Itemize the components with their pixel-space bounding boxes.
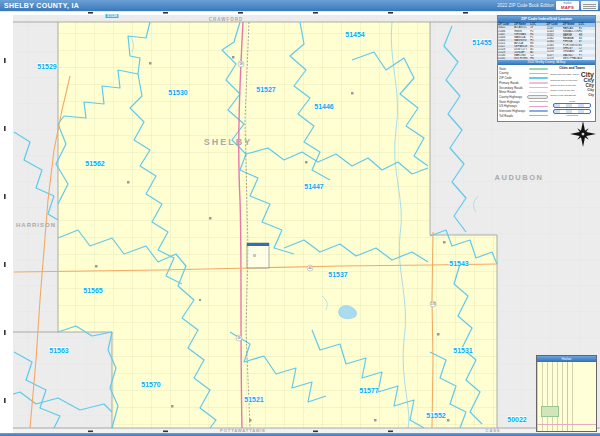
- publisher-info-box: [581, 1, 598, 10]
- primary-swatch: [529, 82, 548, 84]
- county-hwy-swatch: [527, 95, 548, 100]
- state-hwy-swatch: [529, 101, 548, 103]
- edition-label: 2022 ZIP Code Book Edition: [497, 0, 554, 11]
- toll-swatch: [529, 115, 548, 117]
- us-hwy-swatch: [529, 106, 548, 108]
- legend-symbol-list: StateCountyZIP CodePrimary RoadsSecondar…: [499, 66, 548, 121]
- secondary-swatch: [529, 87, 548, 89]
- legend-item-toll: Toll Roads: [499, 113, 548, 118]
- city-inset-map: Harlan: [536, 355, 597, 432]
- inset-locator-box: [247, 243, 269, 268]
- inset-highway: [537, 424, 596, 425]
- city-size-list: Cities 100,000 and AboveCityCities 50,00…: [550, 71, 594, 99]
- minor-swatch: [529, 92, 548, 93]
- title-bar: SHELBY COUNTY, IA 2022 ZIP Code Book Edi…: [0, 0, 600, 12]
- legend-panel: ZIP Code Index/Grid Locator ZIP CodeZIP …: [497, 15, 596, 122]
- inset-main-road: [567, 362, 568, 431]
- zip-swatch: [529, 77, 548, 79]
- marketmaps-logo: market MAPS: [556, 1, 579, 10]
- state-swatch: [529, 68, 548, 70]
- logo-text-main: MAPS: [556, 6, 579, 10]
- map-title: SHELBY COUNTY, IA: [4, 0, 79, 11]
- legend-cities-column: Cities and Towns Cities 100,000 and Abov…: [548, 66, 594, 121]
- scale-bars: Miles Kilometers: [550, 100, 594, 118]
- highway-shield-number: 173: [431, 302, 436, 306]
- legend-title: ZIP Code Index/Grid Locator: [498, 16, 595, 23]
- zip-index-table-left: ZIP CodeZIP NameLOC50022ATLANTICJ951446I…: [498, 23, 547, 60]
- zip-index-table: ZIP CodeZIP NameLOC50022ATLANTICJ951446I…: [498, 23, 595, 60]
- scale-miles-bar: [553, 103, 591, 108]
- zip-code-wall-map-page: { "header": { "title": "SHELBY COUNTY, I…: [0, 0, 600, 436]
- highway-shield-number: 59: [237, 336, 241, 340]
- zip-index-table-right: ZIP CodeZIP NameLOC51537HARLANE551543KIM…: [547, 23, 596, 60]
- inset-street-grid: [537, 362, 596, 431]
- county-swatch: [529, 73, 548, 75]
- interstate-swatch: [529, 110, 548, 112]
- highway-shield-number: 59: [239, 62, 243, 66]
- highway-shield-number: 44: [308, 266, 312, 270]
- city-size-row: Cities 1,000 and BelowCity: [550, 93, 594, 98]
- state-highway-173: [432, 232, 433, 428]
- inset-park: [541, 406, 559, 417]
- scale-km-label: Kilometers: [550, 114, 594, 117]
